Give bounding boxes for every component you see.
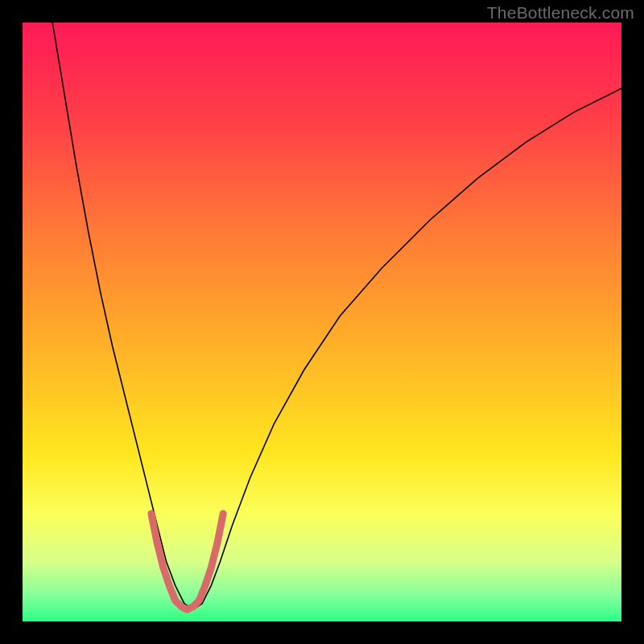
gradient-background: [23, 23, 621, 621]
bottleneck-chart: [23, 23, 621, 621]
watermark-text: TheBottleneck.com: [487, 3, 634, 23]
chart-frame: [23, 23, 621, 621]
